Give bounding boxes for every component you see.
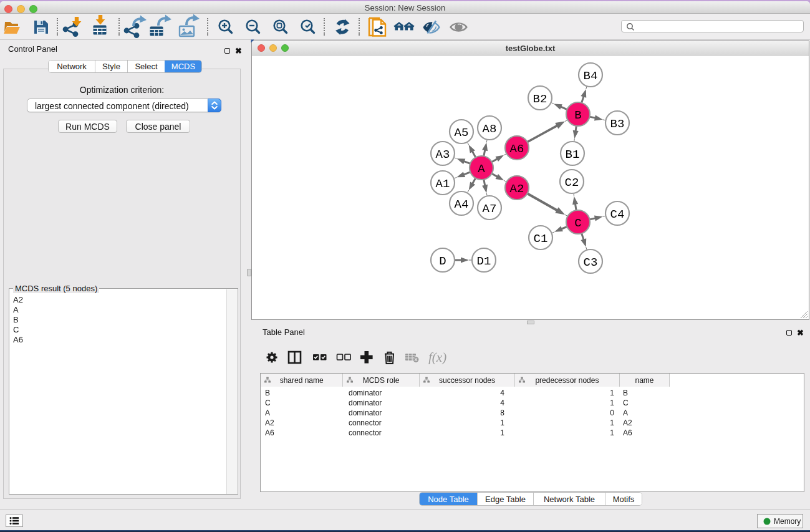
svg-text:B: B [574,109,581,122]
svg-text:C3: C3 [584,256,598,269]
svg-text:D1: D1 [477,254,491,268]
svg-text:A2: A2 [510,182,524,196]
svg-text:A3: A3 [436,148,450,162]
svg-text:B3: B3 [610,117,625,131]
svg-text:A4: A4 [455,198,469,211]
svg-text:D: D [439,254,446,268]
svg-text:A5: A5 [455,126,469,140]
svg-text:C: C [574,216,581,230]
svg-text:A6: A6 [510,142,524,156]
svg-text:A7: A7 [483,202,497,216]
svg-text:C4: C4 [610,208,625,221]
svg-text:C2: C2 [565,176,579,190]
svg-text:A: A [478,162,485,176]
svg-text:A8: A8 [483,122,497,136]
svg-text:f(x): f(x) [428,350,446,364]
svg-text:A1: A1 [436,177,450,191]
svg-text:B1: B1 [566,148,580,162]
svg-text:B2: B2 [533,92,547,106]
svg-text:B4: B4 [584,69,598,83]
svg-text:C1: C1 [534,232,548,246]
